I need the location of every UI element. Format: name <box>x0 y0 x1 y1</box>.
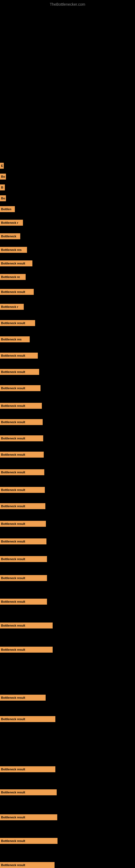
bar-item: Bottleneck result <box>0 503 135 509</box>
bottleneck-bar: Bottleneck result <box>0 695 46 701</box>
bottleneck-bar: Bottleneck r <box>0 304 24 310</box>
bottleneck-bar: Bottleneck result <box>0 838 57 844</box>
bottleneck-bar: Bottleneck res <box>0 336 30 342</box>
bottleneck-bar: Bottleneck result <box>0 469 44 475</box>
bottleneck-bar: Bottleneck r <box>0 220 23 226</box>
bottleneck-bar: Bottleneck result <box>0 599 47 604</box>
bar-item: B <box>0 184 135 190</box>
bottleneck-bar: Bottleneck result <box>0 435 43 441</box>
bottleneck-bar: Bottleneck <box>0 233 20 239</box>
bar-item: Bottleneck r <box>0 304 135 310</box>
bar-item: Bottleneck result <box>0 521 135 527</box>
bar-item: Bottleneck result <box>0 369 135 375</box>
bar-item: Bottleneck result <box>0 487 135 493</box>
bar-item: Bottleneck result <box>0 622 135 628</box>
bottleneck-bar: Bottleneck result <box>0 538 46 545</box>
bottleneck-bar: Bottleneck result <box>0 503 45 509</box>
bar-item: Bottleneck result <box>0 766 135 772</box>
bar-item: Bo <box>0 195 135 201</box>
bottleneck-bar: Bo <box>0 195 6 201</box>
bar-item: Bottleneck result <box>0 385 135 391</box>
bar-item: Bottleneck result <box>0 575 135 581</box>
bar-item: Bottleneck res <box>0 336 135 342</box>
bottleneck-bar: Bottleneck result <box>0 766 55 772</box>
bottleneck-bar: Bottleneck result <box>0 403 42 409</box>
bottleneck-bar: Bottleneck result <box>0 260 32 267</box>
bar-item: Bottlen <box>0 206 135 212</box>
bar-item: Bottleneck result <box>0 789 135 795</box>
bar-item: Bottleneck result <box>0 599 135 604</box>
bottleneck-bar: B <box>0 184 5 190</box>
bottleneck-bar: Bottleneck result <box>0 385 41 391</box>
bar-item: Bottleneck result <box>0 647 135 653</box>
bottleneck-bar: Bottleneck result <box>0 289 34 295</box>
bottleneck-bar: Bottleneck result <box>0 575 47 581</box>
bar-item: Bottleneck result <box>0 419 135 425</box>
bar-item: Bottleneck result <box>0 260 135 267</box>
bottleneck-bar: Bo <box>0 174 6 180</box>
bottleneck-bar: Bottleneck result <box>0 556 47 562</box>
bar-item: Bottleneck result <box>0 352 135 359</box>
bottleneck-bar: Bottleneck result <box>0 622 53 628</box>
bar-item: E <box>0 163 135 169</box>
bar-item: Bottleneck result <box>0 289 135 295</box>
bar-item: Bottleneck result <box>0 320 135 326</box>
bar-item: Bo <box>0 174 135 180</box>
bottleneck-bar: Bottleneck result <box>0 814 57 820</box>
bar-item: Bottleneck result <box>0 435 135 441</box>
bar-item: Bottleneck <box>0 233 135 239</box>
bottleneck-bar: Bottleneck result <box>0 647 53 653</box>
site-title: TheBottlenecker.com <box>0 0 135 9</box>
bar-item: Bottleneck result <box>0 469 135 475</box>
bottleneck-bar: Bottleneck result <box>0 716 55 722</box>
bottleneck-bar: Bottleneck result <box>0 862 54 868</box>
bottleneck-bar: Bottleneck result <box>0 352 38 359</box>
bar-item: Bottleneck res <box>0 247 135 253</box>
bottleneck-bar: Bottleneck result <box>0 320 35 326</box>
bar-item: Bottleneck result <box>0 814 135 820</box>
bottleneck-bar: Bottleneck res <box>0 247 27 253</box>
bar-item: Bottleneck re <box>0 274 135 280</box>
bar-item: Bottleneck result <box>0 403 135 409</box>
bar-item: Bottleneck result <box>0 452 135 458</box>
bar-item: Bottleneck result <box>0 716 135 722</box>
bar-item: Bottleneck result <box>0 538 135 545</box>
bottleneck-bar: E <box>0 163 4 169</box>
bottleneck-bar: Bottleneck result <box>0 419 43 425</box>
bottleneck-bar: Bottleneck re <box>0 274 26 280</box>
bottleneck-bar: Bottleneck result <box>0 789 57 795</box>
bar-item: Bottleneck result <box>0 695 135 701</box>
bar-item: Bottleneck result <box>0 838 135 844</box>
bottleneck-bar: Bottleneck result <box>0 487 45 493</box>
bar-item: Bottleneck r <box>0 220 135 226</box>
bar-item: Bottleneck result <box>0 862 135 868</box>
bottleneck-bar: Bottleneck result <box>0 452 44 458</box>
bottleneck-bar: Bottleneck result <box>0 521 46 527</box>
bottleneck-bar: Bottlen <box>0 206 15 212</box>
bottleneck-bar: Bottleneck result <box>0 369 39 375</box>
bar-item: Bottleneck result <box>0 556 135 562</box>
